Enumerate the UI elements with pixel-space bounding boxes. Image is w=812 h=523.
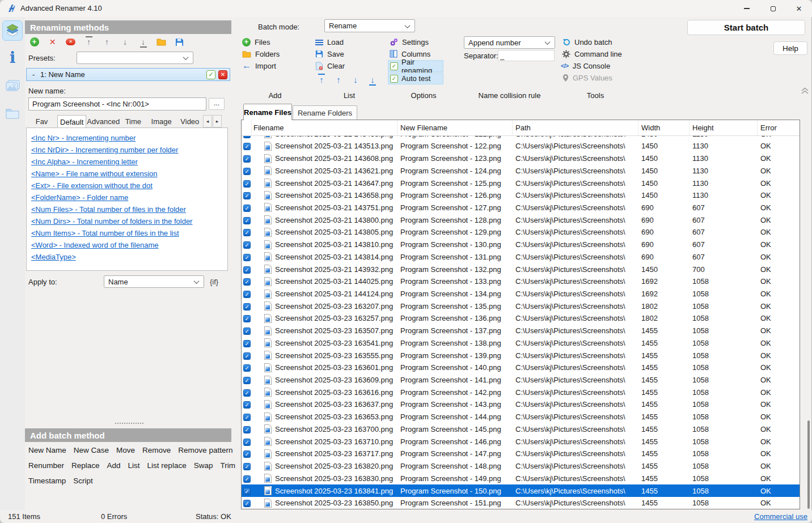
tag-link[interactable]: <Word> - Indexed word of the filename <box>31 239 223 251</box>
gps-values-button[interactable]: GPS Values <box>563 72 612 83</box>
row-checkbox[interactable]: ✓ <box>243 180 251 188</box>
tag-link[interactable]: <Inc NrDir> - Incrementing number per fo… <box>31 144 223 156</box>
batch-method-link[interactable]: Script <box>73 477 93 485</box>
header-new-filename[interactable]: New Filename <box>397 120 513 135</box>
row-checkbox[interactable]: ✓ <box>243 401 251 409</box>
row-checkbox[interactable]: ✓ <box>243 143 251 150</box>
row-checkbox[interactable]: ✓ <box>243 266 251 274</box>
settings-button[interactable]: Settings <box>390 36 429 48</box>
row-checkbox[interactable]: ✓ <box>243 352 251 360</box>
row-checkbox[interactable]: ✓ <box>243 426 251 433</box>
row-checkbox[interactable]: ✓ <box>243 377 251 384</box>
batch-method-link[interactable]: Move <box>116 446 135 454</box>
table-row[interactable]: ✓Screenshot 2025-03-21 143810.pngProgram… <box>242 239 800 251</box>
batch-method-link[interactable]: Timestamp <box>28 477 66 485</box>
table-row[interactable]: ✓Screenshot 2025-03-23 163717.pngProgram… <box>242 448 800 460</box>
tab-fav[interactable]: Fav <box>26 115 57 128</box>
save-list-button[interactable]: Save <box>315 48 344 59</box>
batch-method-link[interactable]: New Name <box>28 446 66 454</box>
row-checkbox[interactable]: ✓ <box>243 192 251 199</box>
move-bottom-button[interactable]: ↓ <box>369 75 377 84</box>
batch-method-link[interactable]: Replace <box>71 461 100 470</box>
tag-link[interactable]: <Num Dirs> - Total number of folders in … <box>31 215 223 227</box>
move-top-button[interactable]: ↑ <box>318 75 325 84</box>
header-width[interactable]: Width <box>638 120 690 135</box>
table-row[interactable]: ✓Screenshot 2025-03-23 163820.pngProgram… <box>242 460 800 473</box>
if-button[interactable]: {if} <box>210 278 218 286</box>
row-checkbox[interactable]: ✓ <box>243 291 251 298</box>
maximize-button[interactable] <box>760 0 786 17</box>
row-checkbox[interactable]: ✓ <box>243 488 251 495</box>
batch-method-link[interactable]: List <box>128 461 140 470</box>
row-checkbox[interactable]: ✓ <box>243 463 251 470</box>
collision-rule-select[interactable]: Append number <box>464 36 555 49</box>
tab-image[interactable]: Image <box>146 115 177 128</box>
table-row[interactable]: ✓Screenshot 2025-03-23 163700.pngProgram… <box>242 423 800 436</box>
table-row[interactable]: ✓Screenshot 2025-03-21 143658.pngProgram… <box>242 189 800 202</box>
tag-link[interactable]: <Num Items> - Total number of files in t… <box>31 227 223 239</box>
auto-test-toggle[interactable]: ✓ Auto test <box>388 73 443 84</box>
collapse-toolbar-button[interactable] <box>801 87 809 95</box>
row-checkbox[interactable]: ✓ <box>243 315 251 322</box>
table-row[interactable]: ✓Screenshot 2025-03-21 143805.pngProgram… <box>242 226 800 239</box>
import-button[interactable]: ← Import <box>242 60 276 71</box>
row-checkbox[interactable]: ✓ <box>243 364 251 372</box>
tag-link[interactable]: <Inc Alpha> - Incrementing letter <box>31 156 223 168</box>
table-row[interactable]: ✓Screenshot 2025-03-21 143513.pngProgram… <box>242 140 800 152</box>
pair-renaming-toggle[interactable]: ✓ Pair renaming <box>388 60 443 72</box>
header-error[interactable]: Error <box>758 120 800 135</box>
row-checkbox[interactable]: ✓ <box>243 389 251 397</box>
tag-link[interactable]: <Inc Nr> - Incrementing number <box>31 132 223 144</box>
tag-link[interactable]: <Num Files> - Total number of files in t… <box>31 203 223 215</box>
batch-method-link[interactable]: Remove pattern <box>178 446 232 454</box>
table-row[interactable]: ✓Screenshot 2025-03-21 144025.pngProgram… <box>242 275 800 288</box>
save-preset-button[interactable] <box>175 37 184 47</box>
table-row[interactable]: ✓Screenshot 2025-03-23 163616.pngProgram… <box>242 386 800 398</box>
separator-input[interactable] <box>498 50 555 61</box>
batch-mode-select[interactable]: Rename <box>324 19 415 32</box>
command-line-button[interactable]: Command line <box>562 48 622 59</box>
row-checkbox[interactable]: ✓ <box>243 155 251 163</box>
help-button[interactable]: Help <box>773 41 807 55</box>
panel-splitter-handle[interactable] <box>115 423 143 424</box>
add-method-button[interactable]: + <box>29 37 39 47</box>
row-checkbox[interactable]: ✓ <box>243 254 251 261</box>
sidebar-item-renaming-methods[interactable] <box>2 20 23 41</box>
table-row[interactable]: ✓Screenshot 2025-03-21 143814.pngProgram… <box>242 251 800 263</box>
row-checkbox[interactable]: ✓ <box>243 328 251 335</box>
move-down-button[interactable]: ↓ <box>120 37 130 47</box>
table-row[interactable]: ✓Screenshot 2025-03-21 143932.pngProgram… <box>242 263 800 275</box>
table-row[interactable]: ✓Screenshot 2025-03-21 143608.pngProgram… <box>242 152 800 165</box>
batch-method-link[interactable]: Remove <box>142 446 171 454</box>
table-row[interactable]: ✓Screenshot 2025-03-23 163850.pngProgram… <box>242 497 800 509</box>
table-row[interactable]: ✓Screenshot 2025-03-23 163637.pngProgram… <box>242 398 800 411</box>
row-checkbox[interactable]: ✓ <box>243 278 251 286</box>
batch-method-link[interactable]: Add <box>107 461 121 470</box>
vertical-scrollbar-thumb[interactable] <box>807 420 810 509</box>
tab-scroll-left-button[interactable]: ◂ <box>203 115 212 127</box>
tab-default[interactable]: Default <box>57 115 86 128</box>
move-down-button[interactable]: ↓ <box>352 75 360 84</box>
clear-list-button[interactable]: Clear <box>315 60 345 71</box>
table-row[interactable]: ✓Screenshot 2025-03-21 144124.pngProgram… <box>242 288 800 300</box>
batch-method-link[interactable]: Trim <box>220 461 235 470</box>
row-checkbox[interactable]: ✓ <box>243 168 251 175</box>
add-folders-button[interactable]: Folders <box>242 48 280 59</box>
minimize-button[interactable] <box>734 0 760 17</box>
header-filename[interactable]: Filename <box>252 120 397 135</box>
tab-video[interactable]: Video <box>177 115 203 128</box>
table-row[interactable]: ✓Screenshot 2025-03-23 163541.pngProgram… <box>242 337 800 350</box>
row-checkbox[interactable]: ✓ <box>243 500 251 507</box>
table-row[interactable]: ✓Screenshot 2025-03-23 163841.pngProgram… <box>242 484 800 497</box>
sidebar-item-information[interactable]: i <box>2 48 23 68</box>
move-bottom-button[interactable]: ↓ <box>138 37 148 47</box>
commercial-use-link[interactable]: Commercial use <box>754 510 807 523</box>
row-checkbox[interactable]: ✓ <box>243 217 251 224</box>
tag-link[interactable]: <MediaType> <box>31 251 223 263</box>
row-checkbox[interactable]: ✓ <box>243 439 251 446</box>
table-row[interactable]: ✓Screenshot 2025-03-21 143647.pngProgram… <box>242 177 800 189</box>
table-row[interactable]: ✓Screenshot 2025-03-23 163257.pngProgram… <box>242 312 800 325</box>
move-up-button[interactable]: ↑ <box>102 37 112 47</box>
table-row[interactable]: ✓Screenshot 2025-03-23 163555.pngProgram… <box>242 349 800 362</box>
header-checkbox-column[interactable] <box>242 120 252 135</box>
